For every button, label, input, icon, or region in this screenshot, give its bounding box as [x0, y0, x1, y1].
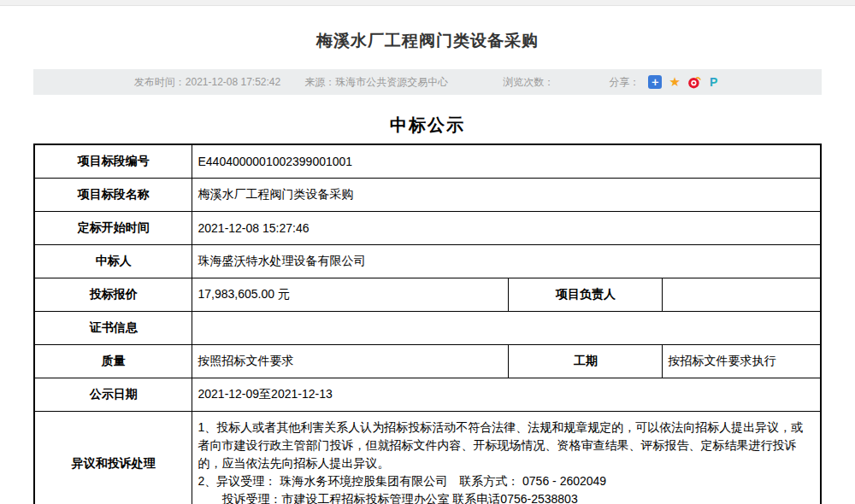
view-count-label: 浏览次数：	[503, 76, 554, 88]
table-row-winner: 中标人 珠海盛沃特水处理设备有限公司	[34, 245, 821, 278]
p-share-icon[interactable]: P	[707, 75, 721, 89]
value-project-name: 梅溪水厂工程阀门类设备采购	[192, 179, 821, 212]
qzone-share-icon[interactable]: ★	[668, 75, 681, 89]
label-winner: 中标人	[34, 245, 192, 278]
top-strip	[0, 0, 855, 6]
value-project-manager	[663, 278, 821, 312]
objection-line-2: 2、异议受理： 珠海水务环境控股集团有限公司 联系方式： 0756 - 2602…	[198, 472, 815, 490]
value-certificate-info	[192, 312, 821, 345]
table-row-project-code: 项目标段编号 E4404000001002399001001	[34, 144, 821, 179]
value-winner: 珠海盛沃特水处理设备有限公司	[192, 245, 821, 278]
meta-bar: 发布时间：2021-12-08 17:52:42 来源：珠海市公共资源交易中心 …	[33, 69, 822, 95]
value-bid-price: 17,983,605.00 元	[192, 278, 509, 312]
value-award-start-time: 2021-12-08 15:27:46	[192, 212, 821, 245]
table-row-publicity-period: 公示日期 2021-12-09至2021-12-13	[34, 378, 821, 412]
page-title: 梅溪水厂工程阀门类设备采购	[0, 30, 855, 52]
share-buttons: ＋ ★ P	[648, 75, 721, 89]
value-duration: 按招标文件要求执行	[663, 345, 821, 378]
publish-time-value: 2021-12-08 17:52:42	[186, 76, 280, 88]
label-quality: 质量	[34, 345, 192, 378]
label-award-start-time: 定标开始时间	[34, 212, 192, 245]
value-publicity-period: 2021-12-09至2021-12-13	[192, 378, 821, 412]
source-value: 珠海市公共资源交易中心	[335, 76, 448, 88]
objection-line-3: 投诉受理：市建设工程招标投标管理办公室 联系电话0756-2538803	[198, 490, 815, 504]
bid-result-table: 项目标段编号 E4404000001002399001001 项目标段名称 梅溪…	[33, 144, 822, 504]
objection-line-1: 1、投标人或者其他利害关系人认为招标投标活动不符合法律、法规和规章规定的，可以依…	[198, 419, 815, 472]
table-row-objection-handling: 异议和投诉处理 1、投标人或者其他利害关系人认为招标投标活动不符合法律、法规和规…	[34, 412, 821, 504]
label-project-manager: 项目负责人	[509, 278, 663, 312]
table-row-quality: 质量 按照招标文件要求 工期 按招标文件要求执行	[34, 345, 821, 378]
source: 来源：珠海市公共资源交易中心	[304, 75, 448, 90]
label-certificate-info: 证书信息	[34, 312, 192, 345]
source-label: 来源：	[304, 76, 335, 88]
label-project-name: 项目标段名称	[34, 179, 192, 212]
label-project-code: 项目标段编号	[34, 144, 192, 179]
publish-time: 发布时间：2021-12-08 17:52:42	[134, 75, 280, 90]
announcement-page: 梅溪水厂工程阀门类设备采购 发布时间：2021-12-08 17:52:42 来…	[0, 0, 855, 504]
section-title: 中标公示	[0, 114, 855, 137]
table-row-certificate-info: 证书信息	[34, 312, 821, 345]
value-quality: 按照招标文件要求	[192, 345, 509, 378]
svg-text:P: P	[710, 75, 717, 89]
label-bid-price: 投标报价	[34, 278, 192, 312]
table-row-project-name: 项目标段名称 梅溪水厂工程阀门类设备采购	[34, 179, 821, 212]
label-objection-handling: 异议和投诉处理	[34, 412, 192, 504]
publish-time-label: 发布时间：	[134, 76, 186, 88]
label-duration: 工期	[509, 345, 663, 378]
table-row-award-start-time: 定标开始时间 2021-12-08 15:27:46	[34, 212, 821, 245]
value-objection-handling: 1、投标人或者其他利害关系人认为招标投标活动不符合法律、法规和规章规定的，可以依…	[192, 412, 821, 504]
share-label: 分享：	[609, 75, 640, 90]
value-project-code: E4404000001002399001001	[192, 144, 821, 179]
view-count: 浏览次数：	[503, 75, 554, 90]
table-row-bid-price: 投标报价 17,983,605.00 元 项目负责人	[34, 278, 821, 312]
weibo-share-icon[interactable]	[687, 75, 701, 89]
share-more-icon[interactable]: ＋	[648, 75, 662, 89]
label-publicity-period: 公示日期	[34, 378, 192, 412]
